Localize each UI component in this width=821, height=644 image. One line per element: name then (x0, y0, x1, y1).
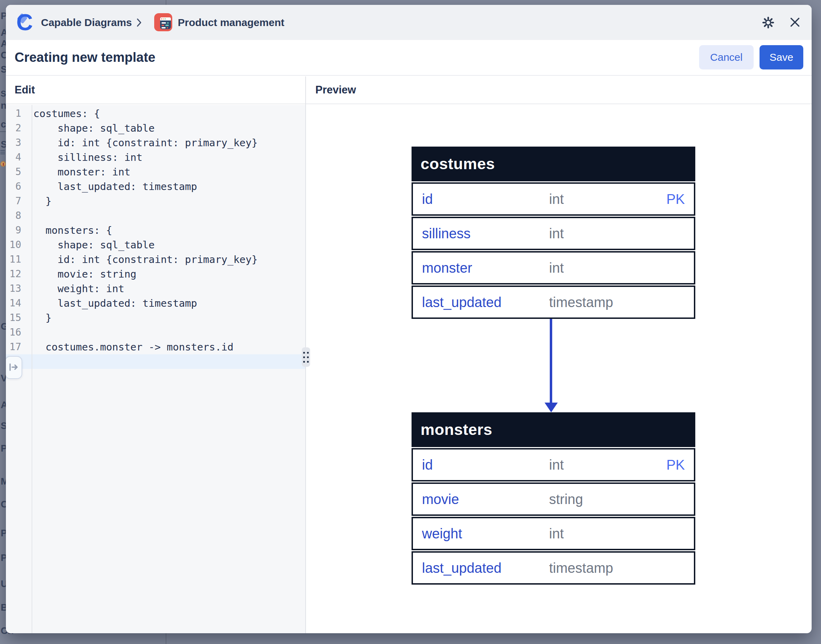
code-line[interactable]: 11 id: int {constraint: primary_key} (6, 252, 305, 267)
code-editor[interactable]: 1costumes: { 2 shape: sql_table 3 id: in… (6, 105, 305, 633)
page-title: Creating new template (15, 40, 155, 75)
line-number: 10 (6, 238, 21, 252)
code-line[interactable]: 9 monsters: { (6, 223, 305, 238)
close-icon (790, 17, 800, 29)
product-management-icon (154, 13, 172, 31)
field-name: id (422, 457, 433, 473)
field-name: monster (422, 260, 472, 276)
line-number: 4 (6, 150, 21, 165)
code-line[interactable]: 15 } (6, 311, 305, 325)
table-row: id int PK (412, 182, 695, 216)
relation-arrow-head (545, 403, 558, 412)
expand-right-icon (8, 362, 19, 373)
gutter-divider (32, 105, 32, 633)
table-title: monsters (412, 412, 695, 447)
background-pane-divider-bottom (165, 633, 166, 644)
chevron-right-icon (136, 5, 142, 40)
line-number: 1 (6, 106, 21, 121)
primary-key-badge: PK (666, 192, 685, 207)
capable-diagrams-logo-icon: C (16, 11, 37, 33)
code-line[interactable]: 6 last_updated: timestamp (6, 179, 305, 194)
line-text: costumes: { (33, 106, 100, 121)
template-editor-modal: C Capable Diagrams Product management (6, 5, 812, 633)
line-number: 13 (6, 281, 21, 296)
code-line[interactable]: 2 shape: sql_table (6, 121, 305, 135)
desktop-backdrop: Pr Al Ar Co Sp SH nc co Se G Vi An Se Pr… (0, 0, 821, 644)
splitter-drag-handle[interactable] (302, 347, 310, 367)
code-line[interactable]: 12 movie: string (6, 267, 305, 281)
field-type: int (549, 260, 564, 276)
cancel-button[interactable]: Cancel (699, 45, 754, 69)
code-line[interactable]: 10 shape: sql_table (6, 238, 305, 252)
line-text: id: int {constraint: primary_key} (33, 135, 258, 150)
field-name: weight (422, 526, 462, 541)
code-line[interactable]: 17 costumes.monster -> monsters.id (6, 340, 305, 354)
modal-header: Creating new template Cancel Save (6, 40, 812, 76)
code-line[interactable]: 1costumes: { (6, 106, 305, 121)
code-line[interactable]: 14 last_updated: timestamp (6, 296, 305, 311)
code-line[interactable]: 4 silliness: int (6, 150, 305, 165)
relation-arrow-line (550, 319, 552, 403)
table-row: id int PK (412, 448, 695, 481)
line-number: 11 (6, 252, 21, 267)
line-text: id: int {constraint: primary_key} (33, 252, 258, 267)
line-number: 12 (6, 267, 21, 281)
field-type: int (549, 457, 564, 473)
table-title: costumes (412, 147, 695, 181)
field-type: int (549, 226, 564, 241)
field-type: int (549, 526, 564, 541)
line-text: last_updated: timestamp (33, 296, 197, 311)
breadcrumb-page-name[interactable]: Product management (178, 5, 285, 40)
field-name: last_updated (422, 560, 501, 576)
code-line[interactable]: 13 weight: int (6, 281, 305, 296)
edit-pane-label: Edit (15, 77, 35, 104)
table-row: monster int (412, 251, 695, 285)
table-row: weight int (412, 517, 695, 550)
field-type: timestamp (549, 560, 613, 576)
line-text: shape: sql_table (33, 121, 155, 135)
line-number: 9 (6, 223, 21, 238)
line-number: 8 (6, 209, 21, 223)
background-list-icon (0, 150, 5, 155)
code-line[interactable]: 3 id: int {constraint: primary_key} (6, 135, 305, 150)
line-text: monster: int (33, 165, 130, 179)
field-name: silliness (422, 226, 470, 241)
line-number: 7 (6, 194, 21, 209)
primary-key-badge: PK (666, 457, 685, 473)
background-pane-divider-top (165, 0, 166, 5)
code-line[interactable]: 7 } (6, 194, 305, 209)
field-type: string (549, 492, 583, 507)
field-type: timestamp (549, 294, 613, 310)
background-divider (0, 131, 6, 132)
breadcrumb-bar: C Capable Diagrams Product management (6, 5, 812, 40)
line-number: 5 (6, 165, 21, 179)
active-code-line[interactable] (6, 354, 305, 369)
line-text: monsters: { (33, 223, 112, 238)
line-text: silliness: int (33, 150, 142, 165)
table-row: last_updated timestamp (412, 285, 695, 319)
diagram-table-costumes: costumes id int PK silliness int monster… (412, 147, 695, 319)
line-number: 15 (6, 311, 21, 325)
line-number: 2 (6, 121, 21, 135)
settings-button[interactable] (760, 15, 776, 31)
close-modal-button[interactable] (787, 15, 803, 31)
field-name: movie (422, 492, 459, 507)
breadcrumb-app-name[interactable]: Capable Diagrams (41, 5, 132, 40)
code-line[interactable]: 16 (6, 325, 305, 340)
line-text: } (33, 194, 51, 209)
line-text: weight: int (33, 281, 124, 296)
line-number: 3 (6, 135, 21, 150)
code-content[interactable]: 1costumes: { 2 shape: sql_table 3 id: in… (6, 106, 305, 369)
code-line[interactable]: 8 (6, 209, 305, 223)
line-text: shape: sql_table (33, 238, 155, 252)
table-row: silliness int (412, 217, 695, 250)
line-text: movie: string (33, 267, 136, 281)
save-button[interactable]: Save (760, 45, 803, 69)
line-number: 14 (6, 296, 21, 311)
line-text: last_updated: timestamp (33, 179, 197, 194)
field-name: id (422, 192, 433, 207)
line-number: 17 (6, 340, 21, 354)
field-name: last_updated (422, 294, 501, 310)
expand-editor-button[interactable] (6, 356, 22, 379)
code-line[interactable]: 5 monster: int (6, 165, 305, 179)
